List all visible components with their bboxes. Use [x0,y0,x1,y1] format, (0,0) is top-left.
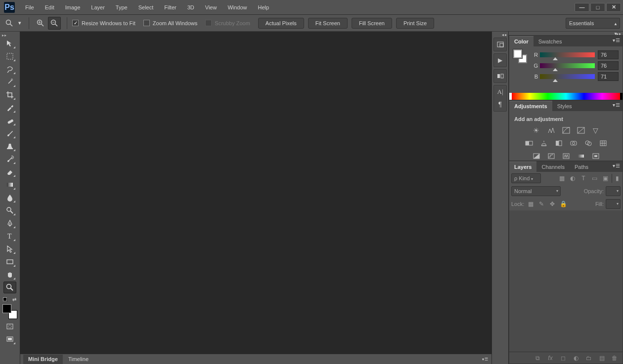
curves-icon[interactable] [561,126,571,135]
bottom-panel-menu-icon[interactable]: ▾☰ [482,357,491,362]
dodge-tool[interactable] [3,204,16,216]
menu-view[interactable]: View [200,0,222,15]
crop-tool[interactable] [3,89,16,101]
link-layers-icon[interactable]: ⧉ [534,354,541,362]
menu-filter[interactable]: Filter [159,0,181,15]
type-tool[interactable]: T [3,230,16,242]
g-slider[interactable] [540,63,595,68]
selective-color-icon[interactable] [591,152,601,161]
exposure-icon[interactable] [576,126,586,135]
print-size-button[interactable]: Print Size [396,18,434,29]
screen-mode-tool[interactable] [3,333,16,345]
gradient-tool[interactable] [3,179,16,191]
zoom-out-icon[interactable] [48,17,61,30]
layers-tab[interactable]: Layers [509,162,536,172]
layer-mask-icon[interactable]: ◻ [559,354,567,362]
layers-panel-menu-icon[interactable]: ▾☰ [613,163,621,168]
menu-window[interactable]: Window [222,0,252,15]
layer-style-icon[interactable]: fx [546,354,554,362]
menu-image[interactable]: Image [60,0,86,15]
r-slider[interactable] [540,52,595,57]
workspace-dropdown[interactable]: Essentials ▲▼ [566,18,620,29]
filter-type-icon[interactable]: T [579,174,588,183]
minimize-button[interactable]: — [575,3,589,12]
color-lookup-icon[interactable] [598,139,608,148]
path-selection-tool[interactable] [3,243,16,255]
color-ramp[interactable] [509,93,623,100]
eraser-tool[interactable] [3,166,16,178]
zoom-tool[interactable] [3,282,16,293]
r-value-input[interactable]: 76 [598,50,619,59]
timeline-tab[interactable]: Timeline [63,355,93,364]
black-white-icon[interactable] [554,139,564,148]
actions-panel-icon[interactable]: ▶ [494,54,506,67]
new-adjustment-layer-icon[interactable]: ◐ [572,354,580,362]
b-value-input[interactable]: 71 [598,72,619,81]
swap-colors-icon[interactable]: ⇄ [12,297,16,302]
adjustments-tab[interactable]: Adjustments [509,101,552,111]
fill-screen-button[interactable]: Fill Screen [352,18,392,29]
g-value-input[interactable]: 76 [598,61,619,70]
vibrance-icon[interactable]: ▽ [591,126,601,135]
filter-pixel-icon[interactable]: ▦ [557,174,566,183]
lasso-tool[interactable] [3,63,16,75]
lock-image-icon[interactable]: ✎ [537,200,546,208]
blur-tool[interactable] [3,192,16,203]
hand-tool[interactable] [3,269,16,281]
layers-list[interactable] [509,210,623,352]
resize-windows-checkbox[interactable]: ✓ Resize Windows to Fit [72,20,135,26]
menu-3d[interactable]: 3D [182,0,200,15]
filter-adjustment-icon[interactable]: ◐ [568,174,577,183]
canvas[interactable] [20,32,491,354]
maximize-button[interactable]: □ [590,3,605,12]
filter-shape-icon[interactable]: ▭ [590,174,599,183]
foreground-color-swatch[interactable] [2,304,11,313]
paths-tab[interactable]: Paths [570,162,593,172]
color-balance-icon[interactable] [539,139,549,148]
fill-input[interactable]: ▾ [606,199,621,209]
menu-file[interactable]: File [20,0,40,15]
history-panel-icon[interactable] [494,38,506,51]
filter-smart-icon[interactable]: ▣ [601,174,610,183]
color-swatch-pair[interactable] [513,49,527,63]
healing-brush-tool[interactable] [3,115,16,126]
blend-mode-dropdown[interactable]: Normal▾ [511,186,561,196]
tool-preset-icon[interactable] [3,17,16,30]
adjustments-panel-menu-icon[interactable]: ▾☰ [613,102,621,108]
zoom-all-checkbox[interactable]: Zoom All Windows [143,20,197,26]
tools-collapse-icon[interactable]: ▸▸ [0,33,20,37]
magic-wand-tool[interactable] [3,76,16,88]
actual-pixels-button[interactable]: Actual Pixels [258,18,304,29]
swatches-tab[interactable]: Swatches [534,37,567,46]
menu-edit[interactable]: Edit [40,0,60,15]
posterize-icon[interactable] [546,152,556,161]
layer-filter-kind-dropdown[interactable]: ρ Kind ▾ [511,173,541,183]
b-slider[interactable] [540,74,595,79]
threshold-icon[interactable] [561,152,571,161]
menu-select[interactable]: Select [133,0,159,15]
dock-collapse-icon[interactable]: ◂◂ [492,33,508,37]
close-button[interactable]: ✕ [606,3,621,12]
invert-icon[interactable] [532,152,541,161]
paragraph-panel-icon[interactable]: ¶ [494,98,506,111]
channels-tab[interactable]: Channels [536,162,569,172]
color-panel-menu-icon[interactable]: ▾☰ [613,38,621,43]
gradient-map-icon[interactable] [576,152,586,161]
marquee-tool[interactable] [3,50,16,62]
foreground-background-swatch[interactable] [2,304,17,319]
levels-icon[interactable] [546,126,556,135]
channel-mixer-icon[interactable] [583,139,593,148]
mini-bridge-tab[interactable]: Mini Bridge [23,355,63,364]
menu-layer[interactable]: Layer [86,0,110,15]
eyedropper-tool[interactable] [3,102,16,114]
panels-collapse-icon[interactable]: ▸▸ [509,32,623,36]
move-tool[interactable] [3,38,16,49]
properties-panel-icon[interactable] [494,70,506,82]
fit-screen-button[interactable]: Fit Screen [308,18,348,29]
hue-saturation-icon[interactable] [524,139,534,148]
rectangle-tool[interactable] [3,256,16,268]
clone-stamp-tool[interactable] [3,140,16,152]
default-colors-icon[interactable] [3,297,7,302]
character-panel-icon[interactable]: A| [494,85,506,98]
brightness-contrast-icon[interactable]: ☀ [532,126,541,135]
